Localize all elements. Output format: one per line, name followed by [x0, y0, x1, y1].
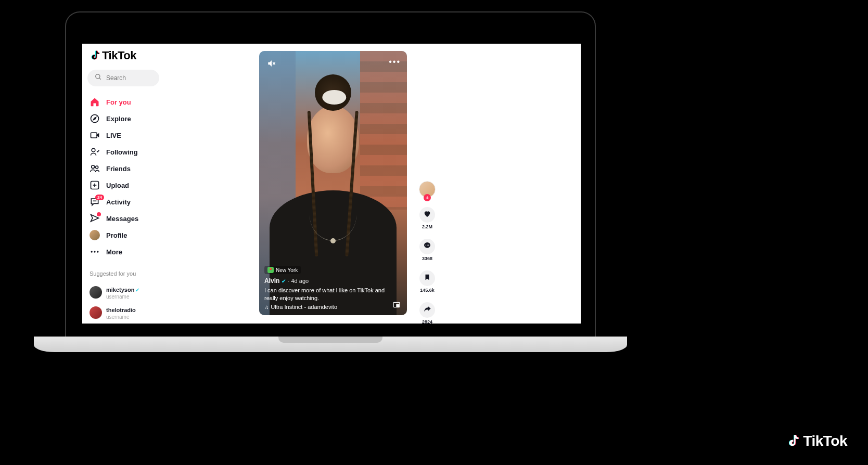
location-tag[interactable]: 📍 New York — [264, 266, 301, 274]
nav-list: For you Explore LIVE Following Friends — [87, 94, 192, 260]
nav-label: Upload — [106, 182, 129, 189]
svg-point-7 — [96, 166, 98, 169]
app-logo[interactable]: TikTok — [87, 49, 192, 62]
action-rail: + 2.2M 3368 145.6k 2824 — [414, 181, 440, 324]
post-time: · 4d ago — [288, 278, 309, 284]
svg-point-21 — [427, 245, 428, 246]
nav-more[interactable]: More — [87, 243, 192, 260]
suggested-section: Suggested for you miketyson✔ username th… — [87, 270, 192, 324]
location-pin-icon: 📍 — [267, 267, 274, 273]
follow-button[interactable]: + — [424, 194, 431, 201]
suggested-sub: username — [106, 294, 139, 300]
user-check-icon — [90, 147, 100, 157]
watermark-logo: TikTok — [786, 433, 847, 449]
svg-point-12 — [91, 251, 93, 252]
nav-upload[interactable]: Upload — [87, 177, 192, 193]
tiktok-note-icon — [786, 434, 801, 448]
svg-rect-18 — [397, 304, 399, 306]
nav-label: More — [106, 248, 122, 256]
video-caption: I can discover more of what I like on Ti… — [264, 287, 386, 302]
svg-marker-3 — [94, 118, 96, 120]
author-line[interactable]: Alvin ✔ · 4d ago — [264, 277, 386, 285]
app-logo-text: TikTok — [102, 49, 136, 62]
laptop-notch — [278, 337, 382, 343]
avatar-icon — [90, 306, 102, 319]
comment-icon — [423, 241, 431, 252]
suggested-sub: username — [106, 314, 136, 320]
comment-button[interactable]: 3368 — [419, 239, 435, 261]
music-note-icon: ♫ — [264, 304, 269, 310]
compass-icon — [90, 113, 100, 124]
comment-count: 3368 — [422, 256, 432, 261]
nav-explore[interactable]: Explore — [87, 110, 192, 127]
app-screen: TikTok For you Explore L — [82, 44, 581, 324]
heart-icon — [423, 210, 431, 220]
nav-activity[interactable]: 24 Activity — [87, 193, 192, 210]
mute-button[interactable] — [265, 57, 278, 70]
svg-line-1 — [99, 78, 101, 80]
music-info[interactable]: ♫ Ultra Instinct - adamdevito — [264, 304, 386, 310]
svg-point-6 — [92, 165, 95, 169]
music-title: Ultra Instinct - adamdevito — [271, 304, 337, 310]
save-button[interactable]: 145.6k — [419, 270, 435, 293]
suggested-user[interactable]: miketyson✔ username — [87, 282, 192, 302]
sidebar: TikTok For you Explore L — [87, 49, 192, 324]
svg-point-5 — [92, 148, 95, 152]
message-icon: 24 — [90, 197, 100, 207]
avatar-icon — [90, 286, 102, 299]
svg-rect-4 — [91, 133, 97, 138]
nav-label: Following — [106, 148, 138, 156]
nav-following[interactable]: Following — [87, 144, 192, 160]
nav-label: Friends — [106, 165, 131, 173]
send-icon — [90, 213, 100, 224]
svg-point-13 — [94, 251, 95, 252]
share-icon — [423, 305, 431, 315]
verified-icon: ✔ — [282, 278, 286, 284]
author-name: Alvin — [264, 277, 279, 285]
svg-point-0 — [96, 74, 100, 79]
suggested-name: thelotradio — [106, 307, 136, 313]
suggested-name: miketyson — [106, 287, 134, 293]
svg-point-22 — [428, 245, 429, 246]
nav-messages[interactable]: Messages — [87, 210, 192, 227]
pip-button[interactable] — [391, 300, 402, 310]
nav-label: Activity — [106, 198, 131, 206]
search-box[interactable] — [87, 70, 159, 86]
like-button[interactable]: 2.2M — [419, 207, 435, 229]
nav-label: LIVE — [106, 132, 121, 139]
messages-dot — [97, 212, 101, 216]
suggested-user[interactable]: thelotradio username — [87, 302, 192, 322]
search-icon — [95, 73, 102, 83]
users-icon — [90, 163, 100, 174]
verified-icon: ✔ — [135, 287, 139, 293]
svg-point-14 — [97, 251, 98, 252]
nav-profile[interactable]: Profile — [87, 227, 192, 243]
watermark-text: TikTok — [803, 433, 847, 449]
activity-badge: 24 — [95, 195, 104, 200]
live-icon — [90, 130, 100, 140]
tiktok-note-icon — [90, 50, 101, 61]
more-icon — [90, 247, 100, 257]
save-count: 145.6k — [420, 288, 435, 293]
nav-live[interactable]: LIVE — [87, 127, 192, 144]
share-button[interactable]: 2824 — [419, 302, 435, 324]
plus-square-icon — [90, 180, 100, 190]
nav-for-you[interactable]: For you — [87, 94, 192, 110]
location-text: New York — [276, 267, 298, 273]
video-player[interactable]: ••• 📍 New York Alvin ✔ · 4d ago I can di… — [259, 51, 407, 315]
video-more-button[interactable]: ••• — [389, 57, 401, 67]
nav-label: For you — [106, 98, 131, 106]
video-info: 📍 New York Alvin ✔ · 4d ago I can discov… — [264, 264, 386, 310]
svg-point-20 — [426, 245, 427, 246]
suggested-header: Suggested for you — [87, 270, 192, 277]
home-icon — [90, 97, 100, 107]
avatar-icon — [90, 230, 100, 240]
suggested-user[interactable]: moonboy✔ username — [87, 322, 192, 324]
nav-friends[interactable]: Friends — [87, 160, 192, 177]
like-count: 2.2M — [422, 224, 432, 229]
author-avatar[interactable]: + — [419, 181, 436, 198]
search-input[interactable] — [106, 74, 152, 82]
laptop-mockup: TikTok For you Explore L — [34, 11, 627, 355]
share-count: 2824 — [422, 319, 432, 324]
bookmark-icon — [424, 274, 431, 283]
